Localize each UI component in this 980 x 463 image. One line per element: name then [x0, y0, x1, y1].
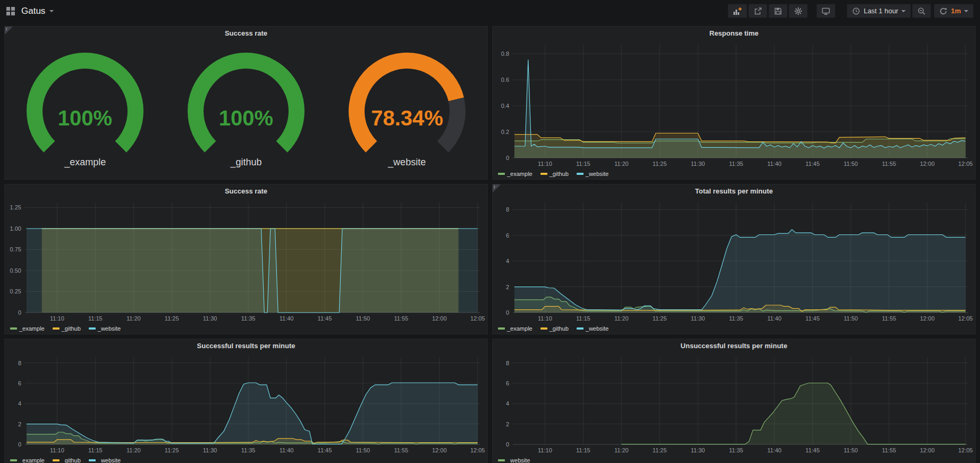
- legend-label: _github: [62, 457, 81, 463]
- dashboard-grid-icon[interactable]: [6, 7, 15, 15]
- svg-text:12:00: 12:00: [920, 315, 935, 322]
- dashboard-title[interactable]: Gatus: [21, 6, 54, 16]
- legend-item-_github[interactable]: _github: [53, 325, 81, 332]
- gear-icon: [794, 7, 802, 15]
- svg-text:12:00: 12:00: [920, 447, 935, 453]
- svg-text:11:30: 11:30: [691, 161, 705, 167]
- panel-title[interactable]: Response time: [493, 27, 975, 40]
- gauge-group: 100%_example100%_github78.34%_website: [5, 40, 487, 179]
- svg-text:8: 8: [18, 360, 21, 366]
- svg-text:11:35: 11:35: [729, 447, 744, 453]
- svg-text:11:45: 11:45: [318, 315, 332, 322]
- svg-text:11:40: 11:40: [767, 161, 782, 167]
- svg-text:2: 2: [18, 421, 21, 427]
- legend-item-_website[interactable]: _website: [498, 457, 530, 463]
- svg-text:11:30: 11:30: [203, 447, 217, 453]
- settings-button[interactable]: [789, 4, 808, 18]
- chart-svg: 0246811:1011:1511:2011:2511:3011:3511:40…: [493, 198, 975, 323]
- svg-text:11:25: 11:25: [653, 315, 667, 322]
- legend-item-_website[interactable]: _website: [577, 171, 609, 177]
- save-button[interactable]: [768, 4, 788, 18]
- svg-text:11:20: 11:20: [126, 315, 141, 322]
- chart-legend: _website: [493, 455, 975, 463]
- gauge-arc: 100%: [177, 52, 315, 157]
- legend-item-_example[interactable]: _example: [498, 171, 533, 177]
- svg-text:11:30: 11:30: [203, 315, 217, 322]
- chart-legend: _example_github_website: [5, 323, 487, 334]
- panel-title[interactable]: Success rate: [5, 184, 487, 198]
- series-area-_website: [27, 229, 478, 313]
- svg-text:11:35: 11:35: [729, 161, 744, 167]
- gauge-_github: 100%_github: [177, 52, 315, 168]
- chart-legend: _example_github_website: [5, 455, 487, 463]
- legend-swatch: [53, 327, 60, 330]
- svg-text:11:55: 11:55: [394, 315, 408, 322]
- svg-text:12:05: 12:05: [470, 315, 485, 322]
- legend-item-_website[interactable]: _website: [89, 457, 121, 463]
- legend-swatch: [577, 173, 584, 175]
- legend-item-_github[interactable]: _github: [540, 171, 569, 177]
- gauge-value: 78.34%: [371, 106, 443, 130]
- time-range-picker[interactable]: Last 1 hour: [847, 4, 911, 18]
- legend-item-_website[interactable]: _website: [89, 325, 121, 332]
- svg-text:12:00: 12:00: [920, 161, 935, 167]
- cycle-view-button[interactable]: [816, 4, 835, 18]
- legend-label: _github: [550, 171, 569, 177]
- refresh-button[interactable]: 1m: [934, 4, 974, 18]
- svg-text:2: 2: [506, 284, 509, 290]
- panel-title[interactable]: Success rate: [5, 27, 487, 40]
- gauge-_website: 78.34%_website: [338, 52, 476, 168]
- legend-label: _website: [586, 171, 609, 177]
- legend-item-_github[interactable]: _github: [53, 457, 81, 463]
- svg-text:6: 6: [506, 380, 509, 386]
- y-axis-labels: 02468: [18, 360, 21, 448]
- successful-results-chart[interactable]: 0246811:1011:1511:2011:2511:3011:3511:40…: [5, 353, 487, 455]
- svg-text:0.4: 0.4: [501, 103, 509, 109]
- panel-title[interactable]: Unsuccessful results per minute: [493, 339, 975, 353]
- legend-item-_github[interactable]: _github: [540, 325, 569, 332]
- legend-swatch: [53, 459, 60, 461]
- panel-title[interactable]: Successful results per minute: [5, 339, 487, 353]
- legend-swatch: [498, 173, 505, 175]
- svg-text:11:35: 11:35: [241, 447, 256, 453]
- svg-text:11:25: 11:25: [653, 447, 667, 453]
- panel-info-icon[interactable]: i: [5, 27, 13, 35]
- svg-text:0.75: 0.75: [10, 246, 21, 252]
- svg-text:8: 8: [506, 206, 509, 213]
- legend-label: _example: [19, 457, 45, 463]
- legend-label: _example: [507, 325, 533, 332]
- refresh-icon: [939, 7, 948, 15]
- svg-text:0.8: 0.8: [501, 50, 509, 57]
- panel-title[interactable]: Total results per minute: [493, 184, 975, 198]
- y-axis-labels: 02468: [506, 360, 509, 448]
- svg-text:11:15: 11:15: [576, 315, 590, 322]
- chart-svg: 0246811:1011:1511:2011:2511:3011:3511:40…: [493, 353, 975, 455]
- svg-text:11:40: 11:40: [280, 447, 294, 453]
- share-button[interactable]: [748, 4, 767, 18]
- legend-item-_example[interactable]: _example: [10, 325, 45, 332]
- zoom-out-button[interactable]: [912, 4, 931, 18]
- monitor-icon: [822, 7, 830, 15]
- svg-text:11:45: 11:45: [806, 447, 820, 453]
- y-axis-labels: 00.250.500.751.001.25: [10, 204, 21, 316]
- legend-item-_website[interactable]: _website: [577, 325, 609, 332]
- svg-text:11:50: 11:50: [356, 315, 370, 322]
- svg-text:11:45: 11:45: [806, 161, 820, 167]
- unsuccessful-results-chart[interactable]: 0246811:1011:1511:2011:2511:3011:3511:40…: [493, 353, 975, 455]
- legend-item-_example[interactable]: _example: [10, 457, 45, 463]
- legend-item-_example[interactable]: _example: [498, 325, 533, 332]
- panel-info-icon[interactable]: i: [493, 184, 501, 192]
- svg-text:12:05: 12:05: [958, 447, 973, 453]
- legend-swatch: [89, 459, 96, 461]
- success-rate-chart[interactable]: 00.250.500.751.001.2511:1011:1511:2011:2…: [5, 198, 487, 323]
- add-panel-button[interactable]: [728, 4, 747, 18]
- response-time-chart[interactable]: 00.20.40.60.811:1011:1511:2011:2511:3011…: [493, 40, 975, 169]
- svg-text:11:40: 11:40: [767, 315, 782, 322]
- svg-text:11:45: 11:45: [318, 447, 332, 453]
- gauge-label: _github: [230, 157, 261, 168]
- add-panel-icon: [733, 7, 742, 15]
- svg-text:4: 4: [506, 400, 509, 407]
- total-results-chart[interactable]: 0246811:1011:1511:2011:2511:3011:3511:40…: [493, 198, 975, 323]
- panel-response-time: Response time 00.20.40.60.811:1011:1511:…: [492, 26, 976, 180]
- save-icon: [774, 7, 782, 15]
